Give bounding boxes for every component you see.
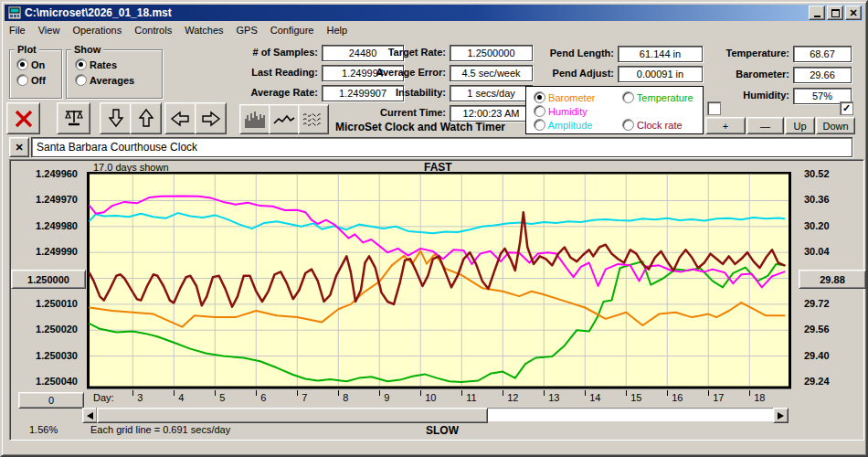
- day-tick-mark: [503, 390, 503, 396]
- shift-up-button[interactable]: [130, 102, 162, 134]
- day-tick-mark: [461, 390, 462, 396]
- line-mode-button[interactable]: [269, 104, 300, 134]
- close-button[interactable]: ✕: [845, 5, 862, 20]
- balance-button[interactable]: [57, 102, 90, 134]
- legend-clock-rate-option[interactable]: Clock rate: [622, 119, 683, 131]
- plot-area[interactable]: [87, 172, 791, 389]
- right-tick-label: 30.20: [804, 220, 830, 231]
- day-tick-label: 17: [713, 392, 724, 403]
- menu-operations[interactable]: Operations: [72, 25, 122, 36]
- slow-label: SLOW: [426, 424, 459, 437]
- zigzag-line-icon: [273, 112, 295, 128]
- day-tick-mark: [544, 390, 545, 396]
- menu-view[interactable]: View: [38, 25, 60, 36]
- clock-name-input[interactable]: Santa Barbara Courthouse Clock: [31, 137, 852, 157]
- legend-barometer-radio[interactable]: [534, 91, 545, 103]
- close-icon: ✕: [849, 9, 857, 17]
- left-tick-label: 1.249980: [36, 220, 78, 231]
- menu-controls[interactable]: Controls: [134, 25, 172, 36]
- menu-help[interactable]: Help: [327, 25, 348, 36]
- day-tick-mark: [749, 390, 750, 396]
- scrollbar-right-arrow[interactable]: [773, 408, 789, 423]
- show-averages-radio[interactable]: [75, 74, 87, 86]
- small-x-icon: ✕: [15, 142, 23, 154]
- wavy-lines-icon: [302, 112, 324, 128]
- legend-humidity-radio[interactable]: [534, 105, 545, 117]
- left-tick-label: 1.250030: [36, 350, 78, 361]
- day-tick-label: 3: [137, 392, 143, 403]
- right-tick-label: 29.56: [804, 324, 830, 335]
- minus-button[interactable]: —: [746, 117, 784, 134]
- waves-mode-button[interactable]: [298, 104, 329, 134]
- day-tick-mark: [626, 390, 627, 396]
- left-axis-center-button[interactable]: 1.250000: [11, 270, 86, 289]
- current-time-value: 12:00:23 AM: [450, 105, 533, 122]
- legend-barometer-label: Barometer: [548, 92, 595, 103]
- scroll-right-button[interactable]: [195, 102, 227, 134]
- scale-percent-text: 1.56%: [29, 424, 58, 435]
- right-tick-label: 30.52: [804, 168, 830, 179]
- scrollbar-thumb[interactable]: [97, 408, 488, 423]
- left-tick-label: 1.249990: [36, 246, 78, 257]
- menu-watches[interactable]: Watches: [185, 25, 223, 36]
- left-arrow-icon: [170, 110, 191, 128]
- plot-on-radio[interactable]: [16, 58, 28, 70]
- title-bar[interactable]: C:\microset\2026_01_18.mst ✕: [5, 5, 863, 21]
- scroll-left-button[interactable]: [164, 102, 196, 134]
- plus-button[interactable]: +: [705, 117, 746, 134]
- show-groupbox: Show Rates Averages: [66, 49, 163, 99]
- maximize-icon: [831, 9, 840, 17]
- right-axis-center-button[interactable]: 29.88: [799, 270, 866, 289]
- day-tick-mark: [379, 390, 380, 396]
- histogram-mode-button[interactable]: [239, 104, 270, 134]
- instability-label: Instability:: [349, 87, 446, 98]
- maximize-button[interactable]: [827, 5, 843, 20]
- day-tick-label: 6: [260, 392, 266, 403]
- menu-file[interactable]: File: [9, 25, 26, 36]
- day-tick-mark: [338, 390, 339, 396]
- last-reading-label: Last Reading:: [185, 67, 318, 78]
- zero-button[interactable]: 0: [18, 392, 84, 409]
- day-tick-label: 4: [178, 392, 184, 403]
- menu-gps[interactable]: GPS: [237, 25, 258, 36]
- plot-off-option[interactable]: Off: [16, 74, 46, 86]
- legend-humidity-label: Humidity: [548, 106, 587, 117]
- legend-temperature-radio[interactable]: [622, 91, 634, 103]
- current-time-label: Current Time:: [349, 107, 446, 118]
- legend-amplitude-radio[interactable]: [534, 119, 545, 131]
- pend-length-label: Pend Length:: [513, 48, 614, 58]
- left-checkbox[interactable]: [707, 101, 721, 115]
- show-averages-option[interactable]: Averages: [75, 74, 134, 86]
- up-button[interactable]: Up: [785, 117, 815, 134]
- legend-clock-rate-radio[interactable]: [622, 119, 634, 131]
- temperature-label: Temperature:: [678, 48, 789, 58]
- delete-button[interactable]: [6, 102, 40, 134]
- plot-group-title: Plot: [15, 44, 39, 55]
- day-tick-label: 7: [302, 392, 307, 403]
- plot-on-option[interactable]: On: [16, 58, 45, 70]
- legend-amplitude-option[interactable]: Amplitude: [534, 119, 592, 131]
- temperature-value: 68.67: [793, 46, 852, 62]
- show-rates-radio[interactable]: [75, 58, 87, 70]
- day-tick-label: 9: [384, 392, 389, 403]
- clear-name-button[interactable]: ✕: [9, 137, 29, 157]
- right-tick-label: 30.36: [804, 194, 830, 205]
- down-button[interactable]: Down: [816, 117, 855, 134]
- menu-configure[interactable]: Configure: [270, 25, 314, 36]
- legend-barometer-option[interactable]: Barometer: [534, 91, 595, 103]
- right-tick-label: 30.04: [804, 246, 830, 257]
- plot-off-radio[interactable]: [16, 74, 28, 86]
- right-tick-label: 29.24: [804, 376, 830, 387]
- legend-humidity-option[interactable]: Humidity: [534, 105, 587, 117]
- day-tick-mark: [132, 390, 133, 396]
- day-tick-mark: [708, 390, 709, 396]
- day-tick-label: 11: [466, 392, 476, 403]
- left-tick-label: 1.250020: [36, 324, 78, 335]
- day-tick-mark: [667, 390, 668, 396]
- instability-value: 1 secs/day: [450, 85, 533, 101]
- shift-down-button[interactable]: [100, 102, 132, 134]
- balance-scales-icon: [63, 109, 85, 128]
- minimize-button[interactable]: [809, 5, 825, 20]
- show-rates-option[interactable]: Rates: [75, 58, 117, 70]
- right-checkbox[interactable]: ✓: [840, 101, 853, 115]
